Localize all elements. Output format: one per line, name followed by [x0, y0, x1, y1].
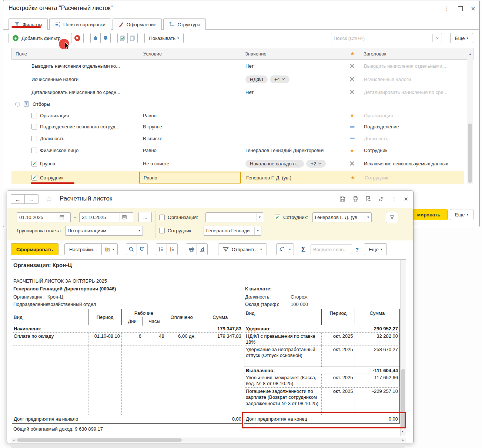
move-up-button[interactable]	[90, 33, 101, 43]
checkbox-unchecked[interactable]	[31, 136, 37, 141]
grouping-combo[interactable]: По организациям ▾	[65, 226, 143, 236]
filter-row-output-accruals[interactable]: Выводить начисления отдельными ко... Нет…	[11, 60, 464, 72]
tab-structure[interactable]: Структура	[163, 18, 206, 30]
sheet-hscrollbar[interactable]: ◂ ▸	[11, 438, 406, 442]
filter-row-individual[interactable]: Физическое лицо Равно Генералов Геннадий…	[11, 144, 464, 156]
date-to-input[interactable]	[80, 213, 120, 222]
marker-cell[interactable]	[345, 90, 359, 94]
tab-filters[interactable]: Фильтры	[9, 18, 48, 30]
column-header-condition[interactable]: Условие	[140, 51, 241, 57]
period-ellipsis-button[interactable]: ...	[138, 212, 152, 222]
value-pill-more[interactable]: +4	[270, 75, 289, 83]
settings-variants-button[interactable]: ▾	[101, 243, 118, 255]
print-button[interactable]	[186, 243, 197, 255]
value-pill-more[interactable]: +2	[306, 160, 326, 168]
filter-row-group[interactable]: ✓Группа Не в списке Начальное сальдо п..…	[11, 156, 464, 171]
checkbox-checked[interactable]: ✓	[31, 161, 37, 166]
filters-table-scrollbar[interactable]	[467, 59, 473, 184]
print-icon[interactable]	[352, 196, 358, 202]
maximize-icon[interactable]	[458, 6, 463, 11]
generate-button-partial[interactable]: мировать	[410, 209, 448, 220]
uncheck-all-button[interactable]	[127, 33, 138, 43]
scroll-down-icon[interactable]: ▾	[402, 430, 403, 433]
close-icon[interactable]: ×	[471, 5, 475, 12]
return-button[interactable]: ▾	[276, 243, 294, 255]
withheld-row-ndfl[interactable]: НДФЛ с превышения по ставке 18% окт. 202…	[244, 333, 400, 346]
withheld-row-vacation[interactable]: Удержание за неотработанный отпуск (Отпу…	[244, 346, 400, 367]
clear-search-icon[interactable]: ×	[432, 34, 442, 42]
chevron-down-icon[interactable]: ▾	[136, 227, 143, 235]
favorite-star-icon[interactable]: ☆	[46, 195, 53, 203]
value-pill-balance[interactable]: Начальное сальдо п...	[245, 160, 304, 168]
link-icon[interactable]	[378, 196, 384, 202]
calendar-icon[interactable]	[120, 213, 129, 221]
checkbox-unchecked[interactable]	[31, 148, 37, 153]
marker-cell[interactable]	[345, 77, 359, 81]
marker-cell[interactable]	[345, 64, 359, 68]
show-dropdown-button[interactable]: Показывать ▾	[144, 33, 184, 43]
filter-row-employee-selected[interactable]: ✓Сотрудник Равно Генералов Г. Д. (ув.) ★…	[11, 171, 464, 184]
organization-combo[interactable]: ▾	[205, 212, 263, 222]
filter-group-row-selections[interactable]: − Отборы	[11, 98, 464, 110]
find-next-button[interactable]	[137, 243, 148, 255]
column-header-value[interactable]: Значение	[241, 51, 345, 57]
move-down-button[interactable]	[100, 33, 111, 43]
sheet-hscroll-thumb[interactable]	[17, 438, 182, 442]
settings-footer-more-button[interactable]: Еще ▾	[450, 209, 473, 220]
find-button[interactable]	[126, 243, 137, 255]
employee-top-combo[interactable]: Генералов Г. Д. (ув ▾	[312, 212, 372, 222]
scroll-right-icon[interactable]: ▸	[401, 438, 406, 442]
filter-row-detail-accruals[interactable]: Детализировать начисления по средн... Не…	[11, 86, 464, 98]
filter-row-calculated-taxes[interactable]: Исчисленные налоги НДФЛ +4 Исчисленные н…	[11, 72, 464, 86]
chevron-down-icon[interactable]: ▾	[257, 213, 263, 221]
employee-bottom-combo[interactable]: Генералов Геннади ▾	[204, 226, 261, 236]
employee-bottom-checkbox[interactable]	[159, 228, 165, 233]
marker-cell[interactable]: ★	[345, 112, 359, 119]
forward-button[interactable]: →	[24, 194, 39, 204]
preview-icon[interactable]	[365, 196, 371, 202]
calendar-icon[interactable]	[57, 213, 66, 221]
marker-cell[interactable]: ★	[345, 147, 359, 154]
settings-more-button[interactable]: Еще ▾	[450, 33, 473, 43]
check-all-button[interactable]	[117, 33, 128, 43]
report-more-button[interactable]: Еще ▾	[364, 243, 387, 255]
tab-fields-sorting[interactable]: Поля и сортировки	[49, 18, 111, 30]
save-icon[interactable]	[339, 196, 345, 202]
checkbox-checked[interactable]: ✓	[31, 175, 37, 181]
organization-checkbox[interactable]	[159, 215, 165, 220]
filter-row-department[interactable]: Подразделение основного сотруд... В груп…	[11, 121, 464, 132]
condition-cell-focused[interactable]: Равно	[139, 172, 241, 183]
scroll-up-icon[interactable]: ▴	[467, 52, 473, 55]
column-header-field[interactable]: Поле	[12, 51, 140, 57]
date-from-input[interactable]	[17, 213, 57, 222]
column-header-title[interactable]: Заголовок	[360, 51, 467, 57]
tab-appearance[interactable]: Оформление	[113, 18, 162, 30]
print-preview-button[interactable]	[197, 243, 208, 255]
help-button[interactable]: ?	[355, 246, 359, 253]
value-pill-ndfl[interactable]: НДФЛ	[245, 75, 268, 83]
add-filter-button[interactable]: + Добавить фильтр	[9, 33, 66, 43]
paid-row-dismissal[interactable]: Увольнения, межрасчет (Касса, вед. № 8 о…	[244, 374, 400, 388]
scroll-left-icon[interactable]: ◂	[11, 438, 16, 442]
marker-cell[interactable]: ★	[345, 174, 360, 181]
scrollbar-thumb[interactable]	[468, 124, 472, 183]
checkbox-unchecked[interactable]	[31, 124, 37, 129]
back-button[interactable]: ←	[11, 194, 25, 204]
column-header-star[interactable]: ★	[345, 50, 360, 57]
sheet-vscrollbar[interactable]: ▾	[400, 260, 406, 436]
marker-cell[interactable]	[345, 126, 359, 128]
accrual-row-salary[interactable]: Оплата по окладу 01.10-08.10 6 48 6,00 д…	[12, 333, 243, 346]
filter-row-position[interactable]: Должность В списке Должность	[11, 132, 464, 144]
expand-groups-button[interactable]	[156, 243, 167, 255]
report-settings-button[interactable]: Настройки...	[64, 243, 102, 255]
send-button[interactable]: Отправить ▾	[218, 243, 267, 255]
kebab-menu-icon[interactable]: ⋮	[391, 196, 397, 202]
quick-search-input[interactable]	[311, 245, 352, 254]
filter-settings-button[interactable]	[386, 212, 398, 223]
sum-sigma-button[interactable]: Σ	[301, 245, 305, 253]
delete-filter-button[interactable]: ✕	[71, 33, 84, 43]
close-icon[interactable]: ×	[404, 195, 408, 202]
search-input[interactable]	[331, 34, 432, 43]
collapse-icon[interactable]: −	[15, 102, 20, 107]
marker-cell[interactable]	[345, 138, 359, 139]
